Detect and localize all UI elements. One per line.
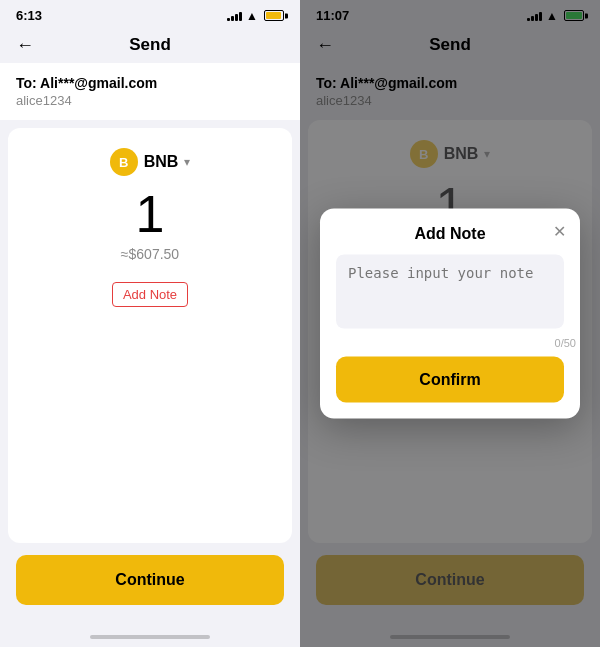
modal-input-area[interactable] (336, 254, 564, 328)
send-card-left: B BNB ▾ 1 ≈$607.50 Add Note (8, 128, 292, 543)
left-phone: 6:13 ▲ ← Send To: Ali***@gmail.com alice… (0, 0, 300, 647)
status-bar-left: 6:13 ▲ (0, 0, 300, 27)
recipient-area-left: To: Ali***@gmail.com alice1234 (0, 63, 300, 120)
signal-icon (227, 10, 242, 21)
token-chevron-left: ▾ (184, 155, 190, 169)
token-name-left: BNB (144, 153, 179, 171)
status-icons-left: ▲ (227, 9, 284, 23)
modal-title: Add Note (414, 224, 485, 242)
recipient-email-left: To: Ali***@gmail.com (16, 75, 284, 91)
amount-left: 1 (136, 188, 165, 240)
back-button-left[interactable]: ← (16, 35, 34, 56)
note-input[interactable] (348, 264, 552, 314)
wifi-icon: ▲ (246, 9, 258, 23)
confirm-button[interactable]: Confirm (336, 356, 564, 402)
battery-icon (264, 10, 284, 21)
nav-bar-left: ← Send (0, 27, 300, 63)
modal-close-button[interactable]: ✕ (553, 222, 566, 241)
amount-usd-left: ≈$607.50 (121, 246, 179, 262)
continue-button-left[interactable]: Continue (16, 555, 284, 605)
nav-title-left: Send (129, 35, 171, 55)
add-note-modal: Add Note ✕ 0/50 Confirm (320, 208, 580, 418)
char-count: 0/50 (320, 336, 580, 348)
recipient-name-left: alice1234 (16, 93, 284, 108)
status-time-left: 6:13 (16, 8, 42, 23)
home-bar-left (90, 635, 210, 639)
right-phone: 11:07 ▲ ← Send To: Ali***@gmail.com alic… (300, 0, 600, 647)
token-icon-left: B (110, 148, 138, 176)
bottom-area-left: Continue (0, 543, 300, 629)
home-indicator-left (0, 629, 300, 647)
modal-header: Add Note ✕ (320, 208, 580, 254)
token-selector-left[interactable]: B BNB ▾ (110, 148, 191, 176)
add-note-button-left[interactable]: Add Note (112, 282, 188, 307)
